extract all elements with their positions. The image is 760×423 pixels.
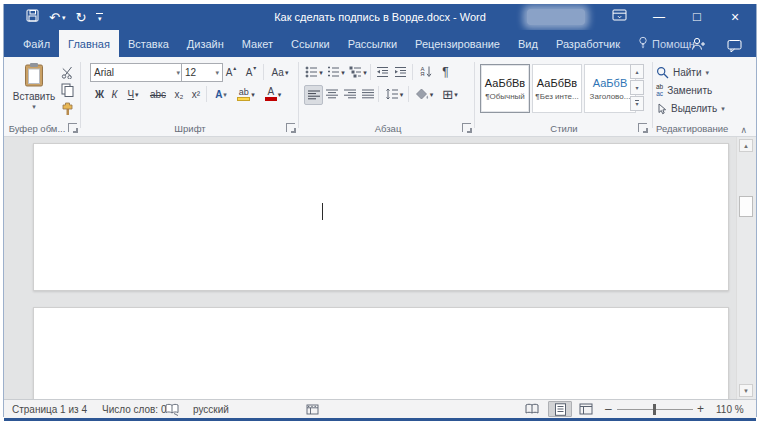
undo-button[interactable]: ↶ ▾: [49, 11, 65, 24]
decrease-indent-button[interactable]: [374, 63, 391, 81]
clipboard-dialog-launcher[interactable]: [68, 123, 77, 132]
read-mode-button[interactable]: [520, 401, 544, 417]
tab-developer[interactable]: Разработчик: [547, 30, 629, 57]
style-preview: АаБбВв: [485, 77, 525, 89]
italic-button[interactable]: К: [108, 85, 121, 103]
styles-dialog-launcher[interactable]: [638, 123, 647, 132]
find-button[interactable]: Найти ▾: [656, 65, 709, 80]
style-no-spacing[interactable]: АаБбВв ¶Без инте...: [532, 64, 582, 113]
group-label-editing: Редактирование: [656, 123, 752, 134]
highlight-color-button[interactable]: ab ▾: [234, 85, 258, 103]
scroll-up-button[interactable]: ▲: [739, 139, 753, 152]
subscript-button[interactable]: x₂: [171, 85, 187, 103]
grow-font-button[interactable]: А ▴: [222, 63, 240, 81]
zoom-level[interactable]: 110 %: [716, 400, 744, 418]
bullets-button[interactable]: ▾: [304, 63, 324, 81]
styles-gallery-up-button[interactable]: ▴: [630, 64, 644, 79]
share-person-icon[interactable]: [691, 37, 706, 55]
increase-indent-button[interactable]: [392, 63, 409, 81]
vertical-scrollbar[interactable]: ▲ ▼: [736, 137, 756, 399]
tab-label: Рецензирование: [415, 38, 500, 50]
superscript-button[interactable]: x²: [188, 85, 204, 103]
show-formatting-marks-button[interactable]: ¶: [438, 63, 453, 81]
customize-qat-button[interactable]: ▾: [96, 13, 103, 22]
tab-review[interactable]: Рецензирование: [406, 30, 509, 57]
font-dialog-launcher[interactable]: [286, 123, 295, 132]
cut-button[interactable]: [58, 63, 76, 81]
justify-button[interactable]: [359, 85, 376, 103]
zoom-out-button[interactable]: –: [605, 400, 612, 418]
minimize-button[interactable]: —: [645, 4, 673, 30]
word-count[interactable]: Число слов: 0: [102, 400, 166, 418]
copy-button[interactable]: [58, 81, 76, 99]
paragraph-dialog-launcher[interactable]: [462, 123, 471, 132]
lightbulb-icon: [638, 36, 648, 51]
web-layout-button[interactable]: [574, 401, 598, 417]
borders-button[interactable]: ⊞ ▾: [438, 85, 462, 103]
multilevel-list-button[interactable]: ▾: [348, 63, 368, 81]
shading-button[interactable]: ▾: [412, 85, 436, 103]
document-page-1[interactable]: [33, 143, 729, 291]
scrollbar-thumb[interactable]: [739, 196, 753, 217]
style-heading1[interactable]: АаБбВ Заголово...: [584, 64, 636, 113]
strikethrough-button[interactable]: abc: [146, 85, 170, 103]
font-color-button[interactable]: А ▾: [261, 85, 285, 103]
document-title: Как сделать подпись в Ворде.docx - Word: [4, 4, 756, 30]
shrink-font-button[interactable]: А ▾: [242, 63, 260, 81]
collapse-ribbon-button[interactable]: ∧: [740, 125, 747, 135]
highlight-color-bar: [237, 97, 250, 101]
styles-gallery-more-button[interactable]: ▾: [630, 96, 644, 111]
paste-button[interactable]: Вставить ▾: [12, 62, 56, 118]
bold-button[interactable]: Ж: [92, 85, 107, 103]
font-name-combobox[interactable]: Arial ▾: [90, 63, 184, 82]
macro-record-icon[interactable]: [306, 400, 319, 418]
chevron-down-icon: ▾: [215, 69, 219, 76]
highlight-glyph: ab: [239, 88, 249, 97]
tab-mailings[interactable]: Рассылки: [339, 30, 406, 57]
line-spacing-button[interactable]: ▾: [382, 85, 406, 103]
numbering-button[interactable]: ▾: [326, 63, 346, 81]
tab-view[interactable]: Вид: [509, 30, 547, 57]
style-name: Заголово...: [590, 92, 631, 101]
proofing-status-icon[interactable]: [165, 400, 179, 418]
chevron-down-icon[interactable]: ▾: [62, 14, 66, 21]
change-case-button[interactable]: Аа ▾: [267, 63, 293, 81]
tab-label: Дизайн: [187, 38, 224, 50]
print-layout-button[interactable]: [548, 401, 572, 417]
text-cursor: [322, 203, 323, 220]
search-icon: [656, 66, 669, 79]
close-button[interactable]: ×: [721, 4, 749, 30]
tab-design[interactable]: Дизайн: [178, 30, 233, 57]
align-center-button[interactable]: [323, 85, 340, 103]
titlebar: ↶ ▾ ↻ ▾ Как сделать подпись в Ворде.docx…: [4, 4, 756, 30]
format-painter-button[interactable]: [58, 99, 76, 117]
zoom-in-button[interactable]: +: [697, 400, 704, 418]
sort-button[interactable]: АЯ: [416, 63, 436, 81]
redo-icon[interactable]: ↻: [75, 11, 86, 24]
maximize-button[interactable]: □: [683, 4, 711, 30]
underline-button[interactable]: Ч ▾: [122, 85, 144, 103]
tab-file[interactable]: Файл: [14, 30, 59, 57]
styles-gallery-down-button[interactable]: ▾: [630, 80, 644, 95]
align-right-button[interactable]: [341, 85, 358, 103]
text-effects-button[interactable]: А ▾: [210, 85, 232, 103]
tab-insert[interactable]: Вставка: [119, 30, 178, 57]
chevron-down-icon: ▾: [135, 91, 139, 98]
tab-home[interactable]: Главная: [59, 30, 119, 57]
document-page-2[interactable]: [33, 307, 729, 399]
save-icon[interactable]: [26, 8, 39, 26]
ribbon-display-options-button[interactable]: [605, 4, 633, 30]
select-button[interactable]: Выделить ▾: [656, 101, 725, 116]
language-indicator[interactable]: русский: [193, 400, 229, 418]
scroll-down-button[interactable]: ▼: [739, 384, 753, 397]
font-size-combobox[interactable]: 12 ▾: [181, 63, 223, 82]
tab-layout[interactable]: Макет: [233, 30, 282, 57]
align-left-button[interactable]: [304, 85, 323, 105]
style-normal[interactable]: АаБбВв ¶Обычный: [480, 64, 530, 113]
page-indicator[interactable]: Страница 1 из 4: [12, 400, 87, 418]
replace-button[interactable]: ab ac Заменить: [656, 83, 712, 98]
comments-icon[interactable]: [727, 38, 742, 56]
zoom-slider-thumb[interactable]: [653, 404, 656, 415]
tab-references[interactable]: Ссылки: [282, 30, 339, 57]
group-label-clipboard: Буфер обм...: [6, 123, 68, 134]
